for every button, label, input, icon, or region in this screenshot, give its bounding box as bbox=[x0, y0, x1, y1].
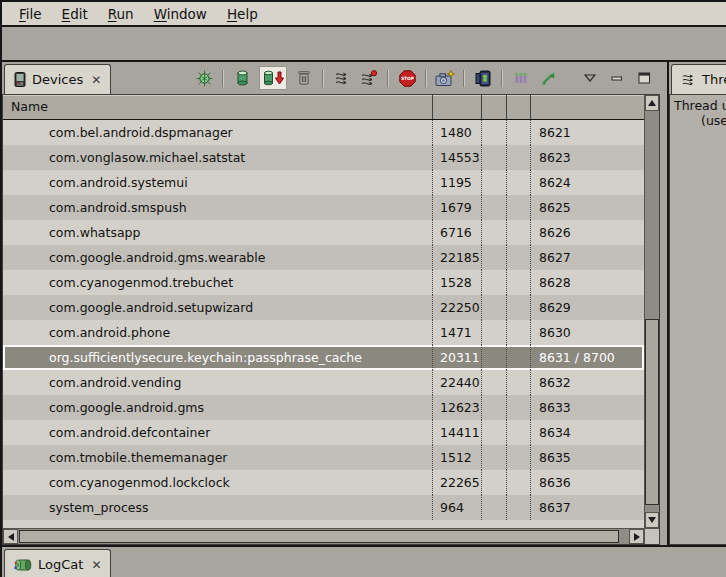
dump-hprof-icon[interactable] bbox=[259, 66, 287, 90]
update-heap-icon[interactable] bbox=[232, 67, 252, 89]
devices-toolbar: STOP bbox=[194, 65, 654, 91]
table-row[interactable]: com.android.defcontainer 14411 8634 bbox=[3, 420, 644, 445]
empty-cell bbox=[507, 395, 531, 420]
table-row[interactable]: com.android.vending 22440 8632 bbox=[3, 370, 644, 395]
menu-item[interactable]: Help bbox=[217, 4, 268, 24]
close-icon[interactable]: ✕ bbox=[91, 73, 101, 87]
scroll-left-button[interactable] bbox=[3, 529, 18, 544]
screen-capture-icon[interactable] bbox=[435, 67, 455, 89]
minimize-icon[interactable] bbox=[607, 67, 627, 89]
process-name: com.cyanogenmod.trebuchet bbox=[3, 270, 433, 295]
table-row[interactable]: com.google.android.gms 12623 8633 bbox=[3, 395, 644, 420]
empty-cell bbox=[482, 495, 507, 520]
process-name: com.bel.android.dspmanager bbox=[3, 120, 433, 145]
menu-item[interactable]: File bbox=[9, 4, 52, 24]
menu-item[interactable]: Edit bbox=[52, 4, 98, 24]
process-pid: 20311 bbox=[433, 345, 482, 370]
tab-devices-label: Devices bbox=[32, 72, 83, 87]
column-header-port[interactable] bbox=[531, 95, 644, 119]
menu-item[interactable]: Window bbox=[144, 4, 217, 24]
svg-text:STOP: STOP bbox=[400, 76, 414, 81]
process-pid: 1480 bbox=[433, 120, 482, 145]
column-header-name[interactable]: Name bbox=[3, 95, 433, 119]
table-row[interactable]: com.whatsapp 6716 8626 bbox=[3, 220, 644, 245]
process-pid: 1528 bbox=[433, 270, 482, 295]
view-sash[interactable] bbox=[660, 62, 667, 545]
view-menu-icon[interactable] bbox=[580, 67, 600, 89]
table-row[interactable]: com.cyanogenmod.trebuchet 1528 8628 bbox=[3, 270, 644, 295]
maximize-icon[interactable] bbox=[634, 67, 654, 89]
scroll-right-button[interactable] bbox=[629, 529, 644, 544]
process-pid: 1471 bbox=[433, 320, 482, 345]
empty-cell bbox=[507, 370, 531, 395]
empty-cell bbox=[507, 295, 531, 320]
process-port: 8625 bbox=[531, 195, 644, 220]
opengl-trace-icon[interactable] bbox=[538, 67, 558, 89]
vertical-scrollbar-thumb[interactable] bbox=[645, 319, 659, 505]
main-area: Devices ✕ bbox=[2, 62, 726, 545]
up-arrow-icon bbox=[648, 100, 656, 106]
process-name: system_process bbox=[3, 495, 433, 520]
process-port: 8630 bbox=[531, 320, 644, 345]
logcat-icon bbox=[14, 558, 32, 572]
toolbar-separator bbox=[463, 70, 465, 87]
start-method-profiling-icon[interactable] bbox=[359, 67, 379, 89]
empty-cell bbox=[482, 470, 507, 495]
close-icon[interactable]: ✕ bbox=[91, 558, 101, 572]
table-row[interactable]: org.sufficientlysecure.keychain:passphra… bbox=[3, 345, 644, 370]
process-name: com.tmobile.thememanager bbox=[3, 445, 433, 470]
horizontal-scrollbar[interactable] bbox=[3, 528, 644, 544]
empty-cell bbox=[482, 195, 507, 220]
empty-cell bbox=[507, 445, 531, 470]
process-list: com.bel.android.dspmanager 1480 8621 com… bbox=[3, 120, 644, 528]
column-header-pid[interactable] bbox=[433, 95, 482, 119]
tab-threads[interactable]: Threads bbox=[671, 64, 726, 94]
empty-cell bbox=[482, 145, 507, 170]
empty-cell bbox=[482, 295, 507, 320]
table-row[interactable]: com.google.android.gms.wearable 22185 86… bbox=[3, 245, 644, 270]
column-header-empty[interactable] bbox=[482, 95, 507, 119]
tab-logcat[interactable]: LogCat ✕ bbox=[4, 549, 111, 577]
scroll-up-button[interactable] bbox=[645, 95, 659, 111]
process-port: 8632 bbox=[531, 370, 644, 395]
column-header-empty[interactable] bbox=[507, 95, 531, 119]
device-screen-icon[interactable] bbox=[473, 67, 493, 89]
process-port: 8635 bbox=[531, 445, 644, 470]
table-row[interactable]: com.android.phone 1471 8630 bbox=[3, 320, 644, 345]
table-row[interactable]: com.tmobile.thememanager 1512 8635 bbox=[3, 445, 644, 470]
scrollbar-corner bbox=[644, 528, 659, 544]
table-header[interactable]: Name bbox=[3, 95, 644, 120]
process-port: 8637 bbox=[531, 495, 644, 520]
horizontal-scrollbar-thumb[interactable] bbox=[19, 530, 619, 543]
process-pid: 1679 bbox=[433, 195, 482, 220]
process-name: com.google.android.gms.wearable bbox=[3, 245, 433, 270]
process-port: 8634 bbox=[531, 420, 644, 445]
table-row[interactable]: com.vonglasow.michael.satstat 14553 8623 bbox=[3, 145, 644, 170]
table-row[interactable]: com.android.systemui 1195 8624 bbox=[3, 170, 644, 195]
main-toolbar-strip bbox=[2, 27, 726, 62]
process-pid: 1195 bbox=[433, 170, 482, 195]
empty-cell bbox=[507, 120, 531, 145]
process-port: 8627 bbox=[531, 245, 644, 270]
debug-process-icon[interactable] bbox=[194, 67, 214, 89]
update-threads-icon[interactable] bbox=[332, 67, 352, 89]
table-row[interactable]: system_process 964 8637 bbox=[3, 495, 644, 520]
threads-message-line2: (use toolbar button to enable) bbox=[701, 113, 726, 128]
systrace-icon[interactable] bbox=[511, 67, 531, 89]
menu-item[interactable]: Run bbox=[98, 4, 144, 24]
empty-cell bbox=[482, 370, 507, 395]
table-row[interactable]: com.android.smspush 1679 8625 bbox=[3, 195, 644, 220]
cause-gc-icon[interactable] bbox=[294, 67, 314, 89]
stop-process-icon[interactable]: STOP bbox=[397, 67, 417, 89]
process-name: com.android.smspush bbox=[3, 195, 433, 220]
empty-cell bbox=[482, 170, 507, 195]
table-row[interactable]: com.cyanogenmod.lockclock 22265 8636 bbox=[3, 470, 644, 495]
devices-table: Name com.bel.android.dspmanager 1480 862… bbox=[2, 94, 660, 545]
process-pid: 22185 bbox=[433, 245, 482, 270]
scroll-down-button[interactable] bbox=[645, 512, 659, 528]
vertical-scrollbar[interactable] bbox=[644, 95, 659, 528]
table-row[interactable]: com.google.android.setupwizard 22250 862… bbox=[3, 295, 644, 320]
tab-devices[interactable]: Devices ✕ bbox=[4, 64, 111, 94]
table-row[interactable]: com.bel.android.dspmanager 1480 8621 bbox=[3, 120, 644, 145]
process-name: com.android.phone bbox=[3, 320, 433, 345]
